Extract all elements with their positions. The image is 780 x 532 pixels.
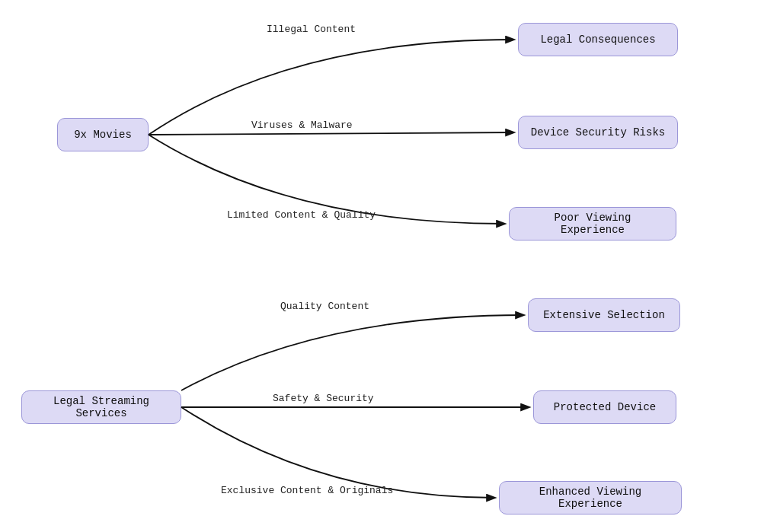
9x-movies-node: 9x Movies: [57, 118, 149, 151]
poor-viewing-node: Poor Viewing Experience: [509, 207, 676, 241]
line-legal-extensive: [181, 315, 523, 390]
9x-movies-label: 9x Movies: [74, 129, 132, 141]
protected-device-node: Protected Device: [533, 390, 676, 424]
device-security-label: Device Security Risks: [531, 126, 665, 139]
legal-consequences-label: Legal Consequences: [540, 33, 655, 46]
poor-viewing-label: Poor Viewing Experience: [520, 212, 665, 236]
legal-consequences-node: Legal Consequences: [518, 23, 678, 56]
label-exclusive-content: Exclusive Content & Originals: [221, 485, 393, 496]
line-legal-enhanced: [181, 407, 494, 498]
legal-streaming-label: Legal Streaming Services: [33, 395, 170, 419]
legal-streaming-node: Legal Streaming Services: [21, 390, 181, 424]
line-9x-legal-consequences: [149, 40, 513, 135]
label-quality-content: Quality Content: [280, 301, 369, 312]
enhanced-viewing-node: Enhanced Viewing Experience: [499, 481, 682, 514]
device-security-node: Device Security Risks: [518, 116, 678, 149]
label-viruses-malware: Viruses & Malware: [251, 119, 353, 131]
label-safety-security: Safety & Security: [273, 393, 374, 404]
extensive-selection-node: Extensive Selection: [528, 298, 680, 332]
extensive-selection-label: Extensive Selection: [543, 309, 665, 321]
enhanced-viewing-label: Enhanced Viewing Experience: [510, 486, 670, 510]
line-9x-poor-viewing: [149, 135, 504, 224]
protected-device-label: Protected Device: [554, 401, 656, 413]
diagram-svg: Illegal Content Viruses & Malware Limite…: [0, 0, 780, 532]
line-9x-device-security: [149, 132, 513, 135]
label-illegal-content: Illegal Content: [267, 24, 356, 35]
label-limited-content: Limited Content & Quality: [227, 209, 376, 221]
